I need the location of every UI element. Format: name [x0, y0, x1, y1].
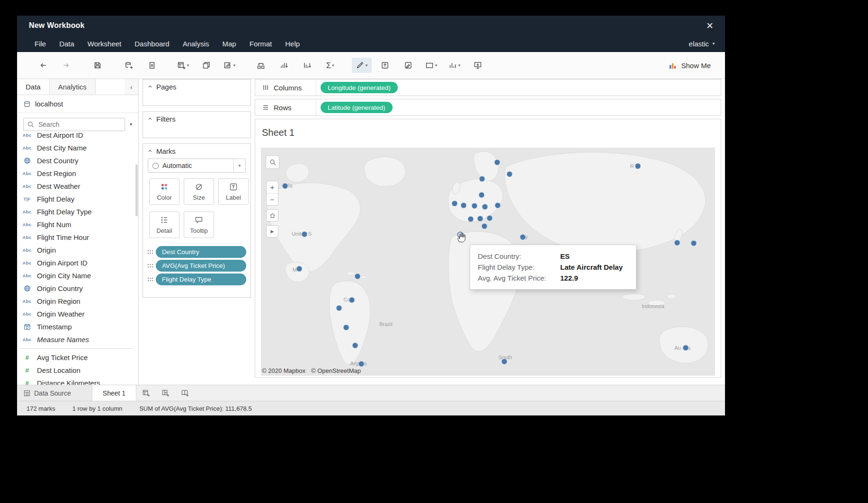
- map-mark[interactable]: [282, 183, 288, 189]
- pages-card-header[interactable]: Pages: [143, 79, 251, 94]
- field-flight-num[interactable]: AbcFlight Num: [17, 218, 138, 231]
- datasource-row[interactable]: localhost: [17, 95, 138, 113]
- field-measure-names[interactable]: AbcMeasure Names: [17, 333, 138, 346]
- presentation-mode-button[interactable]: [468, 58, 488, 73]
- save-button[interactable]: [88, 58, 107, 73]
- map-mark[interactable]: [302, 231, 308, 238]
- field-flight-time-hour[interactable]: AbcFlight Time Hour: [17, 231, 138, 244]
- menu-item-file[interactable]: File: [35, 40, 46, 48]
- marks-pill[interactable]: Dest Country: [156, 246, 246, 258]
- map-mark[interactable]: [495, 203, 501, 209]
- tab-data-source[interactable]: Data Source: [17, 385, 92, 401]
- menu-item-format[interactable]: Format: [250, 40, 272, 48]
- scrollbar-thumb[interactable]: [135, 164, 138, 216]
- marks-pill[interactable]: Flight Delay Type: [156, 274, 246, 285]
- color-button[interactable]: Color: [149, 178, 179, 205]
- tab-sheet-1[interactable]: Sheet 1: [92, 385, 136, 401]
- sort-ascending-button[interactable]: [274, 58, 294, 73]
- tab-analytics[interactable]: Analytics: [50, 79, 96, 95]
- map-search-button[interactable]: [266, 155, 279, 169]
- field-origin[interactable]: AbcOrigin: [17, 244, 138, 256]
- map-mark[interactable]: [296, 266, 303, 272]
- zoom-out-button[interactable]: −: [267, 194, 278, 205]
- map-canvas[interactable]: laUnited SM oCo aBrazilArg inaAlgSouthT …: [261, 148, 715, 376]
- size-button[interactable]: Size: [184, 178, 214, 205]
- rows-pill[interactable]: Latitude (generated): [321, 102, 393, 113]
- show-me-button[interactable]: Show Me: [669, 62, 711, 70]
- menu-item-map[interactable]: Map: [223, 40, 236, 48]
- map-mark[interactable]: [472, 203, 478, 209]
- map-mark[interactable]: [352, 343, 358, 349]
- clear-sheet-button[interactable]: ▼: [220, 58, 240, 73]
- field-origin-city-name[interactable]: AbcOrigin City Name: [17, 269, 138, 282]
- mark-type-dropdown[interactable]: Automatic ▼: [148, 159, 246, 173]
- menu-item-worksheet[interactable]: Worksheet: [88, 40, 121, 48]
- pages-card[interactable]: Pages: [143, 79, 251, 106]
- map-mark[interactable]: [479, 192, 485, 198]
- field-timestamp[interactable]: Timestamp: [17, 320, 138, 333]
- field-origin-weather[interactable]: AbcOrigin Weather: [17, 308, 138, 320]
- mapbox-attribution-link[interactable]: © 2020 Mapbox: [262, 367, 305, 374]
- field-dest-weather[interactable]: AbcDest Weather: [17, 180, 138, 193]
- map-mark[interactable]: [674, 240, 680, 246]
- tooltip-button[interactable]: Tooltip: [184, 212, 214, 238]
- menu-item-dashboard[interactable]: Dashboard: [134, 40, 169, 48]
- show-mark-labels-button[interactable]: [375, 58, 395, 73]
- map-mark[interactable]: [501, 359, 508, 365]
- pause-auto-updates-button[interactable]: [142, 58, 162, 73]
- field-distance-kilometers[interactable]: #Distance Kilometers: [17, 377, 138, 385]
- menu-item-analysis[interactable]: Analysis: [183, 40, 209, 48]
- field-dest-country[interactable]: Dest Country: [17, 154, 138, 167]
- account-menu[interactable]: elastic ▼: [689, 40, 725, 48]
- field-origin-airport-id[interactable]: AbcOrigin Airport ID: [17, 256, 138, 269]
- undo-button[interactable]: [33, 58, 53, 73]
- search-options-icon[interactable]: ▼: [127, 122, 134, 127]
- map-mark[interactable]: [336, 305, 342, 311]
- menu-item-help[interactable]: Help: [285, 40, 300, 48]
- map-mark[interactable]: [683, 345, 689, 351]
- map-mark[interactable]: [479, 176, 485, 182]
- map-mark[interactable]: [355, 274, 361, 280]
- marks-card-header[interactable]: Marks: [143, 144, 251, 158]
- osm-attribution-link[interactable]: © OpenStreetMap: [311, 367, 361, 374]
- columns-shelf[interactable]: Columns Longitude (generated): [255, 79, 721, 96]
- close-icon[interactable]: ✕: [706, 20, 725, 31]
- map-mark-hovered[interactable]: [457, 232, 464, 238]
- map-mark[interactable]: [477, 216, 483, 222]
- sort-descending-button[interactable]: [297, 58, 317, 73]
- map-mark[interactable]: [452, 201, 458, 207]
- tab-data[interactable]: Data: [17, 79, 50, 95]
- new-story-tab-button[interactable]: [175, 385, 195, 401]
- map-mark[interactable]: [520, 234, 526, 240]
- collapse-pane-icon[interactable]: ‹: [125, 79, 138, 95]
- map-controls-expand-button[interactable]: ▶: [266, 225, 278, 238]
- field-flight-delay-type[interactable]: AbcFlight Delay Type: [17, 205, 138, 218]
- map-mark[interactable]: [482, 223, 488, 229]
- map-mark[interactable]: [487, 215, 493, 221]
- map-mark[interactable]: [468, 216, 474, 222]
- new-worksheet-button[interactable]: ▼: [173, 58, 193, 73]
- map-mark[interactable]: [482, 204, 488, 210]
- redo-button[interactable]: [56, 58, 76, 73]
- field-dest-city-name[interactable]: AbcDest City Name: [17, 141, 138, 154]
- swap-rows-columns-button[interactable]: [251, 58, 271, 73]
- detail-button[interactable]: Detail: [149, 212, 179, 238]
- field-avg-ticket-price[interactable]: #Avg Ticket Price: [17, 351, 138, 364]
- fit-button[interactable]: ▼: [421, 58, 441, 73]
- field-origin-country[interactable]: Origin Country: [17, 282, 138, 295]
- new-dashboard-tab-button[interactable]: [156, 385, 175, 401]
- rows-shelf[interactable]: Rows Latitude (generated): [255, 99, 721, 116]
- map-home-button[interactable]: [266, 209, 278, 221]
- map-mark[interactable]: [494, 159, 501, 166]
- field-dest-location[interactable]: #Dest Location: [17, 364, 138, 377]
- field-origin-region[interactable]: AbcOrigin Region: [17, 295, 138, 308]
- new-worksheet-tab-button[interactable]: [136, 385, 156, 401]
- zoom-in-button[interactable]: +: [267, 181, 278, 194]
- format-button[interactable]: [398, 58, 418, 73]
- filters-card-header[interactable]: Filters: [143, 112, 251, 126]
- map-mark[interactable]: [507, 171, 513, 177]
- label-button[interactable]: Label: [218, 178, 249, 205]
- map-mark[interactable]: [461, 203, 467, 209]
- field-dest-airport-id[interactable]: AbcDest Airport ID: [17, 129, 138, 141]
- map-mark[interactable]: [691, 240, 697, 247]
